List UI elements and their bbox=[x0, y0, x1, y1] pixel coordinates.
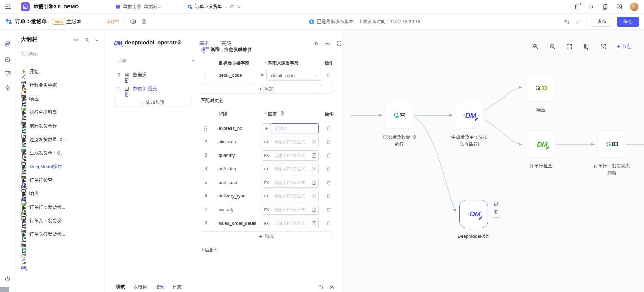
tab-flow[interactable]: 订单->发货单 ... bbox=[187, 0, 241, 14]
add-field-button[interactable]: + 添加 bbox=[201, 231, 332, 241]
source-field-select[interactable]: detail_code bbox=[266, 70, 322, 81]
tab-advanced[interactable]: 高级 bbox=[222, 40, 232, 47]
fit-screen-icon[interactable] bbox=[566, 43, 573, 50]
delete-node-icon[interactable] bbox=[493, 209, 498, 214]
value-input[interactable] bbox=[271, 123, 319, 133]
search-icon[interactable] bbox=[84, 37, 89, 43]
save-button[interactable]: 保存 bbox=[617, 17, 639, 27]
collapse-up-icon[interactable] bbox=[329, 284, 335, 290]
drag-handle-icon[interactable] bbox=[204, 125, 207, 131]
bottom-tab[interactable]: 表结构 bbox=[133, 284, 147, 290]
publish-button[interactable]: 发布 bbox=[591, 17, 612, 27]
flow-canvas[interactable]: + 节点 过滤发货数量=0 的行 bbox=[342, 30, 644, 292]
expand-editor-icon[interactable] bbox=[311, 180, 317, 185]
bottom-tab[interactable]: 日志 bbox=[173, 284, 182, 290]
fx-button[interactable]: FX bbox=[262, 218, 271, 228]
sidebar-node-item[interactable]: 过滤发货数量=0... bbox=[15, 133, 105, 146]
zoom-out-icon[interactable] bbox=[549, 43, 556, 50]
sidebar-node-item[interactable]: 订单行检查 bbox=[15, 173, 105, 187]
gear-icon[interactable] bbox=[4, 85, 11, 91]
delete-row-icon[interactable] bbox=[326, 180, 331, 185]
delete-row-icon[interactable] bbox=[326, 139, 331, 145]
expand-editor-icon[interactable] bbox=[311, 153, 317, 158]
add-step-button[interactable]: + 添加步骤 bbox=[114, 98, 191, 107]
add-node-button[interactable]: + 节点 bbox=[617, 44, 631, 50]
fx-button[interactable]: FX bbox=[262, 191, 271, 201]
sidebar-node-item[interactable]: 开始 bbox=[15, 65, 105, 79]
sidebar-node-item[interactable]: 计数业务单据 bbox=[15, 79, 105, 92]
node-box[interactable] bbox=[597, 130, 626, 158]
fx-button[interactable]: FX bbox=[262, 150, 271, 161]
sidebar-node-item[interactable]: 订单行：发货状... bbox=[15, 201, 105, 214]
bottom-tab[interactable]: 调试 bbox=[116, 284, 125, 290]
notifications-bell-icon[interactable] bbox=[588, 4, 595, 10]
expand-editor-icon[interactable] bbox=[311, 207, 317, 212]
tab-refresh-icon[interactable] bbox=[229, 4, 234, 9]
list-settings-icon[interactable] bbox=[325, 41, 330, 46]
auto-layout-icon[interactable] bbox=[583, 43, 590, 50]
sidebar-node-item[interactable]: 订单头行发货状... bbox=[15, 228, 105, 241]
sidebar-node-item[interactable]: DeepModel操作 bbox=[15, 160, 105, 173]
node-box[interactable] bbox=[526, 75, 555, 102]
expand-editor-icon[interactable] bbox=[311, 139, 317, 145]
value-settings-gear-icon[interactable] bbox=[280, 110, 285, 116]
flow-node[interactable]: 订单行：发货状态 判断 bbox=[597, 130, 626, 158]
sidebar-node-item[interactable]: 订单头：发货状... bbox=[15, 214, 105, 228]
sidebar-node-item[interactable]: 展开发货单行 bbox=[15, 119, 105, 133]
expand-editor-icon[interactable] bbox=[311, 166, 317, 172]
outline-panel-icon[interactable] bbox=[4, 41, 11, 47]
node-box[interactable] bbox=[455, 102, 484, 129]
sidebar-node-item[interactable]: 响应 bbox=[15, 92, 105, 106]
zoom-in-icon[interactable] bbox=[532, 43, 539, 50]
collapse-sidebar-icon[interactable]: « bbox=[95, 36, 98, 42]
delete-row-icon[interactable] bbox=[326, 221, 331, 226]
fx-button[interactable]: FX bbox=[262, 178, 271, 188]
node-box[interactable] bbox=[459, 200, 488, 228]
sidebar-node-item[interactable]: 响应 bbox=[15, 187, 105, 201]
collapse-config-icon[interactable]: « bbox=[192, 57, 195, 63]
delete-row-icon[interactable] bbox=[326, 207, 331, 212]
tab-doc-engine[interactable]: 单据引擎: 单据转... bbox=[115, 0, 161, 14]
undo-icon[interactable] bbox=[564, 19, 570, 25]
run-play-icon[interactable] bbox=[141, 19, 147, 25]
radio-option[interactable]: 新增，自定义映射 bbox=[201, 47, 247, 53]
debug-bug-icon[interactable] bbox=[313, 41, 319, 46]
fx-button[interactable]: FX bbox=[262, 205, 271, 215]
version-selector[interactable]: 主版本 设计中 bbox=[66, 14, 119, 30]
swap-horizontal-icon[interactable] bbox=[318, 284, 324, 290]
sidebar-node-item[interactable]: 执行单据引擎 bbox=[15, 106, 105, 119]
copy-node-icon[interactable] bbox=[493, 201, 498, 206]
step-item[interactable]: 0 数据源 bbox=[114, 68, 191, 82]
monitor-info-icon[interactable] bbox=[4, 70, 11, 77]
power-battery-icon[interactable] bbox=[4, 56, 11, 63]
delete-row-icon[interactable] bbox=[326, 72, 331, 78]
fullscreen-icon[interactable] bbox=[336, 41, 342, 46]
fx-button[interactable]: FX bbox=[262, 137, 271, 147]
delete-row-icon[interactable] bbox=[326, 126, 331, 131]
flow-node[interactable]: 过滤发货数量=0 的行 bbox=[385, 102, 414, 129]
expand-editor-icon[interactable] bbox=[311, 221, 317, 226]
radio-icon[interactable] bbox=[201, 47, 206, 53]
delete-row-icon[interactable] bbox=[326, 166, 331, 172]
redo-icon[interactable] bbox=[575, 19, 581, 25]
documents-icon[interactable] bbox=[602, 4, 608, 10]
node-box[interactable] bbox=[385, 102, 414, 129]
pin-button[interactable] bbox=[262, 123, 271, 133]
history-clock-icon[interactable] bbox=[4, 276, 11, 282]
tab-basic[interactable]: 基本 bbox=[199, 40, 209, 47]
expand-editor-icon[interactable] bbox=[311, 193, 317, 199]
ai-compose-icon[interactable] bbox=[574, 4, 581, 10]
delete-row-icon[interactable] bbox=[326, 193, 331, 199]
flow-node[interactable]: DeepModel操作 bbox=[459, 200, 488, 228]
sidebar-collapse-icon[interactable] bbox=[5, 3, 12, 10]
delete-row-icon[interactable] bbox=[326, 153, 331, 158]
tab-close-icon[interactable] bbox=[237, 4, 241, 9]
flow-node[interactable]: 生成发货单：先插 头再插行! bbox=[455, 102, 484, 129]
node-box[interactable] bbox=[526, 130, 555, 158]
monitor-icon[interactable] bbox=[130, 19, 136, 25]
user-avatar[interactable] bbox=[630, 2, 639, 11]
bottom-tab[interactable]: 结果 bbox=[155, 284, 164, 290]
locate-node-icon[interactable] bbox=[600, 43, 607, 50]
sidebar-node-item[interactable]: 生成发货单：先... bbox=[15, 146, 105, 160]
flow-node[interactable]: 订单行检查 bbox=[526, 130, 555, 158]
